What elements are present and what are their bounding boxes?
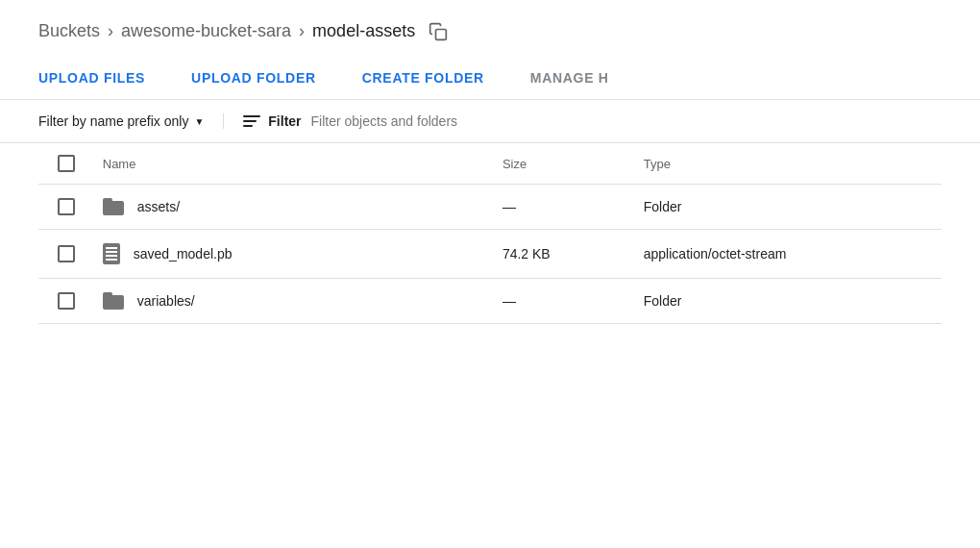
upload-files-button[interactable]: UPLOAD FILES (38, 57, 168, 99)
row-checkbox[interactable] (58, 245, 75, 262)
objects-table: Name Size Type assets/—Foldersaved_model… (38, 143, 942, 324)
row-name-text: saved_model.pb (134, 246, 233, 262)
row-size: — (495, 279, 636, 324)
header-size: Size (495, 143, 636, 185)
file-icon (103, 243, 120, 264)
chevron-down-icon: ▼ (194, 116, 204, 127)
header-checkbox-cell[interactable] (38, 143, 95, 185)
upload-folder-button[interactable]: UPLOAD FOLDER (191, 57, 339, 99)
row-checkbox[interactable] (58, 198, 75, 215)
row-checkbox[interactable] (58, 292, 75, 310)
breadcrumb: Buckets › awesome-bucket-sara › model-as… (0, 0, 980, 57)
copy-path-icon[interactable] (429, 22, 448, 41)
row-size: 74.2 KB (495, 230, 636, 279)
row-checkbox-cell[interactable] (38, 279, 95, 324)
row-type: application/octet-stream (636, 230, 942, 279)
table-header-row: Name Size Type (38, 143, 942, 185)
table-row: assets/—Folder (38, 185, 942, 230)
breadcrumb-chevron-1: › (108, 21, 113, 41)
filter-icon-label[interactable]: Filter (243, 113, 301, 129)
row-name[interactable]: assets/ (95, 185, 495, 230)
row-checkbox-cell[interactable] (38, 185, 95, 230)
filter-section: Filter (243, 113, 560, 129)
row-type: Folder (636, 279, 942, 324)
filter-lines-icon (243, 115, 260, 127)
filter-input[interactable] (311, 113, 561, 129)
filter-bar: Filter by name prefix only ▼ Filter (0, 100, 980, 143)
filter-dropdown-label: Filter by name prefix only (38, 113, 188, 129)
select-all-checkbox[interactable] (58, 155, 75, 172)
svg-rect-0 (436, 29, 447, 39)
breadcrumb-chevron-2: › (299, 21, 305, 41)
table-row: saved_model.pb74.2 KBapplication/octet-s… (38, 230, 942, 279)
filter-label: Filter (268, 113, 301, 129)
table-container: Name Size Type assets/—Foldersaved_model… (0, 143, 980, 324)
row-name-text: variables/ (137, 293, 195, 309)
table-row: variables/—Folder (38, 279, 942, 324)
row-name-text: assets/ (137, 199, 180, 214)
manage-h-button[interactable]: MANAGE H (530, 57, 632, 99)
row-name[interactable]: saved_model.pb (95, 230, 495, 279)
row-size: — (495, 185, 636, 230)
row-type: Folder (636, 185, 942, 230)
folder-icon (103, 292, 124, 310)
row-name[interactable]: variables/ (95, 279, 495, 324)
breadcrumb-current: model-assets (312, 21, 415, 41)
create-folder-button[interactable]: CREATE FOLDER (362, 57, 507, 99)
breadcrumb-bucket-name[interactable]: awesome-bucket-sara (121, 21, 291, 41)
header-type: Type (636, 143, 942, 185)
breadcrumb-buckets[interactable]: Buckets (38, 21, 100, 41)
header-name: Name (95, 143, 495, 185)
action-toolbar: UPLOAD FILES UPLOAD FOLDER CREATE FOLDER… (0, 57, 980, 100)
folder-icon (103, 198, 124, 215)
row-checkbox-cell[interactable] (38, 230, 95, 279)
filter-dropdown[interactable]: Filter by name prefix only ▼ (38, 113, 224, 129)
